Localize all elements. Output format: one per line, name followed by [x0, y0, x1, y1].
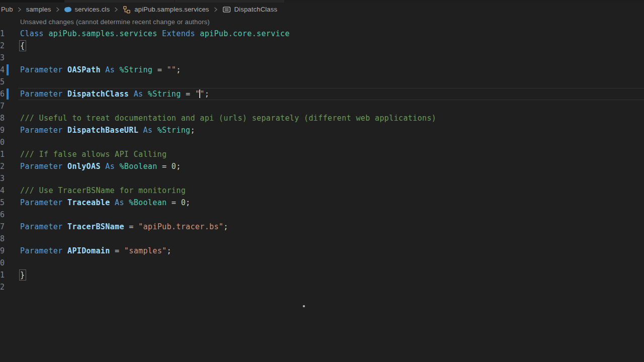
- token: %String: [157, 126, 191, 135]
- code-line[interactable]: 1}: [0, 269, 644, 281]
- bracket-match: }: [19, 269, 26, 281]
- line-number: 8: [0, 233, 5, 245]
- token: Parameter: [20, 126, 67, 135]
- token: /// Use TracerBSName for monitoring: [20, 186, 186, 195]
- bracket-match: {: [19, 40, 26, 51]
- code-text: /// Use TracerBSName for monitoring: [20, 185, 186, 197]
- code-line[interactable]: 5: [0, 76, 644, 88]
- code-line[interactable]: 3: [0, 52, 644, 64]
- token: ;: [205, 89, 209, 99]
- token: %String: [148, 89, 181, 99]
- code-line[interactable]: 2: [0, 281, 644, 293]
- token: APIDomain: [67, 246, 110, 255]
- line-number: 1: [0, 148, 5, 160]
- code-line[interactable]: 7Parameter TracerBSName = "apiPub.tracer…: [0, 221, 644, 233]
- code-text: /// Useful to treat documentation and ap…: [20, 112, 436, 124]
- token: As: [138, 126, 157, 135]
- token: ;: [176, 162, 181, 171]
- code-editor[interactable]: 1Class apiPub.samples.services Extends a…: [0, 0, 644, 362]
- code-line[interactable]: 6: [0, 209, 644, 221]
- line-number: 7: [0, 221, 5, 233]
- token: DispatchBaseURL: [67, 126, 138, 135]
- code-text: /// If false allows API Calling: [20, 148, 167, 160]
- line-number: 5: [0, 76, 5, 88]
- token: "apiPub.tracer.bs": [138, 222, 223, 231]
- code-line[interactable]: 1Class apiPub.samples.services Extends a…: [0, 28, 644, 40]
- token: %Boolean: [129, 198, 167, 207]
- token: =: [110, 246, 124, 255]
- token: ;: [223, 222, 228, 231]
- code-text: Parameter DispatchClass As %String = "";: [20, 88, 209, 100]
- code-line[interactable]: 9Parameter DispatchBaseURL As %String;: [0, 124, 644, 136]
- code-line[interactable]: 3: [0, 172, 644, 185]
- line-number: 3: [0, 52, 5, 64]
- line-number: 1: [0, 269, 5, 281]
- token: =: [124, 222, 138, 231]
- token: OnlyOAS: [67, 162, 101, 171]
- token: Class: [20, 29, 48, 38]
- code-text: Parameter Traceable As %Boolean = 0;: [20, 197, 190, 209]
- token: Parameter: [20, 89, 67, 99]
- code-text: Parameter DispatchBaseURL As %String;: [20, 124, 195, 136]
- token: [157, 29, 162, 38]
- code-line[interactable]: 2Parameter OnlyOAS As %Boolean = 0;: [0, 160, 644, 172]
- token: As: [101, 162, 120, 171]
- code-line[interactable]: 1/// If false allows API Calling: [0, 148, 644, 160]
- token: As: [110, 198, 129, 207]
- code-line[interactable]: 2{: [0, 40, 644, 52]
- code-line[interactable]: 6Parameter DispatchClass As %String = ""…: [0, 88, 644, 100]
- token: Parameter: [20, 162, 67, 171]
- line-number: 6: [0, 88, 5, 100]
- line-number: 7: [0, 100, 5, 112]
- token: %String: [119, 65, 152, 74]
- code-line[interactable]: 4Parameter OASPath As %String = "";: [0, 64, 644, 76]
- token: apiPub.samples.services: [48, 29, 157, 38]
- token: As: [101, 65, 120, 74]
- token: Parameter: [20, 198, 67, 207]
- code-line[interactable]: 7: [0, 100, 644, 112]
- line-number: 6: [0, 209, 5, 221]
- code-line[interactable]: 4/// Use TracerBSName for monitoring: [0, 185, 644, 197]
- line-number: 8: [0, 112, 5, 124]
- token: Parameter: [20, 222, 67, 231]
- line-number: 0: [0, 136, 5, 148]
- token: apiPub.core.service: [200, 29, 290, 38]
- line-number: 2: [0, 160, 5, 172]
- line-number: 5: [0, 197, 5, 209]
- token: =: [181, 89, 195, 99]
- code-line[interactable]: 9Parameter APIDomain = "samples";: [0, 245, 644, 257]
- code-line[interactable]: 8/// Useful to treat documentation and a…: [0, 112, 644, 124]
- line-number: 9: [0, 245, 5, 257]
- mouse-pointer: [303, 305, 305, 307]
- line-number: 3: [0, 172, 5, 185]
- token: ;: [186, 198, 190, 207]
- line-number: 1: [0, 28, 5, 40]
- code-text: {: [20, 40, 25, 52]
- vscode-window: Pub samples services.cls apiP: [0, 0, 644, 362]
- token: 0: [172, 162, 176, 171]
- token: Traceable: [67, 198, 110, 207]
- code-text: }: [20, 269, 25, 281]
- line-number: 4: [0, 64, 5, 76]
- token: Extends: [162, 29, 200, 38]
- token: /// If false allows API Calling: [20, 150, 167, 159]
- token: As: [129, 89, 148, 99]
- token: =: [157, 162, 172, 171]
- token: =: [152, 65, 167, 74]
- code-line[interactable]: 5Parameter Traceable As %Boolean = 0;: [0, 197, 644, 209]
- code-line[interactable]: 0: [0, 136, 644, 148]
- code-line[interactable]: 8: [0, 233, 644, 245]
- modified-line-indicator: [7, 88, 9, 100]
- token: Parameter: [20, 246, 67, 255]
- token: ;: [167, 246, 171, 255]
- line-number: 0: [0, 257, 5, 269]
- code-text: Class apiPub.samples.services Extends ap…: [20, 28, 290, 40]
- line-number: 2: [0, 40, 5, 52]
- token: ;: [190, 126, 195, 135]
- token: =: [167, 198, 181, 207]
- token: %Boolean: [119, 162, 157, 171]
- modified-line-indicator: [7, 64, 9, 75]
- code-line[interactable]: 0: [0, 257, 644, 269]
- code-text: Parameter APIDomain = "samples";: [20, 245, 172, 257]
- code-text: Parameter TracerBSName = "apiPub.tracer.…: [20, 221, 228, 233]
